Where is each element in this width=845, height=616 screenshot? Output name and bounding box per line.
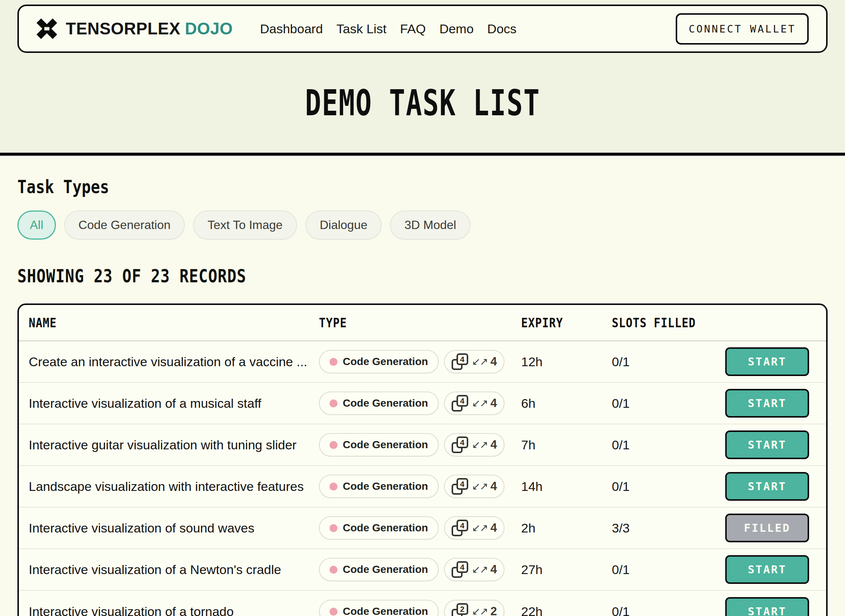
exchange-count: 4	[491, 355, 497, 368]
filter-dialogue[interactable]: Dialogue	[305, 210, 382, 240]
count-badge: 4 ↙↗ 4	[444, 516, 505, 540]
copy-stack-icon: 4	[452, 395, 469, 412]
copy-stack-icon: 4	[452, 478, 469, 495]
type-dot-icon	[330, 483, 337, 491]
count-badge: 4 ↙↗ 4	[444, 392, 505, 415]
type-label: Code Generation	[343, 356, 428, 368]
task-slots: 0/1	[612, 354, 725, 369]
task-type-cell: Code Generation 4 ↙↗ 4	[319, 516, 521, 540]
task-type-cell: Code Generation 4 ↙↗ 4	[319, 392, 521, 415]
start-button[interactable]: START	[725, 389, 809, 418]
transfer-arrows-icon: ↙↗	[472, 357, 488, 367]
type-badge: Code Generation	[319, 433, 439, 457]
task-table: NAME TYPE EXPIRY SLOTS FILLED Create an …	[17, 303, 828, 616]
table-row: Interactive visualization of a tornado C…	[19, 591, 826, 616]
task-type-cell: Code Generation 4 ↙↗ 4	[319, 475, 521, 498]
type-label: Code Generation	[343, 480, 428, 492]
start-button[interactable]: START	[725, 430, 809, 459]
type-dot-icon	[330, 399, 337, 407]
table-header-row: NAME TYPE EXPIRY SLOTS FILLED	[19, 305, 826, 341]
type-label: Code Generation	[343, 605, 428, 616]
type-dot-icon	[330, 524, 337, 532]
task-action-cell: START	[725, 472, 817, 501]
table-row: Interactive guitar visualization with tu…	[19, 424, 826, 466]
task-name: Create an interactive visualization of a…	[29, 354, 319, 369]
filter-all[interactable]: All	[17, 210, 56, 240]
task-action-cell: START	[725, 555, 817, 584]
task-slots: 3/3	[612, 521, 725, 536]
exchange-count: 2	[491, 605, 497, 616]
table-row: Landscape visualization with interactive…	[19, 466, 826, 508]
transfer-arrows-icon: ↙↗	[472, 398, 488, 409]
exchange-count: 4	[491, 396, 497, 410]
type-label: Code Generation	[343, 522, 428, 534]
copy-stack-icon: 4	[452, 436, 469, 453]
task-action-cell: START	[725, 389, 817, 418]
count-badge: 4 ↙↗ 4	[444, 558, 505, 581]
task-type-filters: All Code Generation Text To Image Dialog…	[17, 210, 828, 240]
start-button[interactable]: START	[725, 555, 809, 584]
task-action-cell: START	[725, 597, 817, 616]
task-slots: 0/1	[612, 438, 725, 452]
brand-suffix: DOJO	[185, 19, 233, 38]
nav-docs[interactable]: Docs	[487, 22, 516, 36]
copy-stack-icon: 4	[452, 520, 469, 536]
task-expiry: 27h	[521, 562, 612, 577]
nav-demo[interactable]: Demo	[440, 22, 474, 36]
type-dot-icon	[330, 441, 337, 449]
task-action-cell: START	[725, 347, 817, 376]
column-header-slots: SLOTS FILLED	[612, 315, 722, 330]
task-name: Interactive guitar visualization with tu…	[29, 438, 319, 452]
task-expiry: 12h	[521, 354, 612, 369]
task-action-cell: FILLED	[725, 514, 817, 542]
type-dot-icon	[330, 566, 337, 574]
column-header-name: NAME	[29, 315, 310, 330]
copy-stack-icon: 2	[452, 603, 469, 616]
transfer-arrows-icon: ↙↗	[472, 607, 488, 616]
tensorplex-logo-icon	[36, 18, 57, 39]
transfer-arrows-icon: ↙↗	[472, 523, 488, 533]
table-row: Interactive visualization of a musical s…	[19, 383, 826, 424]
transfer-arrows-icon: ↙↗	[472, 440, 488, 450]
nav-task-list[interactable]: Task List	[336, 22, 386, 36]
type-badge: Code Generation	[319, 558, 439, 581]
table-row: Interactive visualization of sound waves…	[19, 508, 826, 549]
type-dot-icon	[330, 358, 337, 366]
task-name: Interactive visualization of a musical s…	[29, 396, 319, 411]
filled-button[interactable]: FILLED	[725, 514, 809, 542]
count-badge: 4 ↙↗ 4	[444, 475, 505, 498]
nav-dashboard[interactable]: Dashboard	[260, 22, 323, 36]
connect-wallet-button[interactable]: CONNECT WALLET	[676, 13, 809, 45]
start-button[interactable]: START	[725, 597, 809, 616]
task-name: Interactive visualization of a Newton's …	[29, 562, 319, 577]
task-name: Interactive visualization of sound waves	[29, 521, 319, 536]
nav-faq[interactable]: FAQ	[400, 22, 426, 36]
task-slots: 0/1	[612, 604, 725, 616]
exchange-count: 4	[491, 438, 497, 452]
start-button[interactable]: START	[725, 472, 809, 501]
type-badge: Code Generation	[319, 475, 439, 498]
table-row: Create an interactive visualization of a…	[19, 341, 826, 383]
start-button[interactable]: START	[725, 347, 809, 376]
exchange-count: 4	[491, 563, 497, 576]
task-expiry: 7h	[521, 438, 612, 452]
filter-code-generation[interactable]: Code Generation	[64, 210, 185, 240]
type-label: Code Generation	[343, 563, 428, 576]
task-type-cell: Code Generation 4 ↙↗ 4	[319, 558, 521, 581]
task-type-cell: Code Generation 4 ↙↗ 4	[319, 350, 521, 373]
brand-name: TENSORPLEX	[66, 19, 180, 38]
copy-stack-icon: 4	[452, 353, 469, 370]
count-badge: 4 ↙↗ 4	[444, 350, 505, 373]
transfer-arrows-icon: ↙↗	[472, 481, 488, 492]
task-types-heading: Task Types	[17, 176, 795, 198]
copy-stack-icon: 4	[452, 561, 469, 578]
filter-text-to-image[interactable]: Text To Image	[193, 210, 297, 240]
filter-3d-model[interactable]: 3D Model	[390, 210, 470, 240]
task-action-cell: START	[725, 430, 817, 459]
exchange-count: 4	[491, 480, 497, 493]
type-badge: Code Generation	[319, 350, 439, 373]
main-content: Task Types All Code Generation Text To I…	[0, 156, 845, 616]
exchange-count: 4	[491, 521, 497, 535]
brand-link[interactable]: TENSORPLEXDOJO	[66, 19, 233, 38]
transfer-arrows-icon: ↙↗	[472, 565, 488, 575]
